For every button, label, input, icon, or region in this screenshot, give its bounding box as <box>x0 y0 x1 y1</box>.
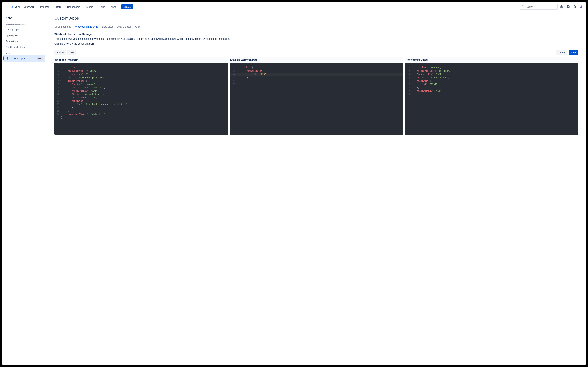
fold-icon[interactable]: ▾ <box>235 63 236 65</box>
code-line: 10 "title": "bitbucket-prs", <box>54 92 228 96</box>
line-number: 2▾ <box>230 66 236 69</box>
nav-item[interactable]: Filters <box>53 4 65 9</box>
code-line: 3 "resourceType": "project", <box>405 69 578 73</box>
nav-item[interactable]: Your work <box>22 4 38 9</box>
cancel-button[interactable]: Cancel <box>556 50 567 55</box>
code-content: "body": { <box>236 66 403 69</box>
line-number: 4 <box>405 73 411 76</box>
sidebar-item[interactable]: Promotions <box>3 39 45 44</box>
line-number: 3 <box>54 69 61 73</box>
fold-icon[interactable]: ▾ <box>60 63 61 65</box>
line-number: 3▾ <box>230 69 236 73</box>
help-button[interactable]: ? <box>565 4 571 10</box>
tabs: UI ComponentsWebhook TransformsData List… <box>54 24 578 30</box>
chevron-down-icon <box>35 6 37 8</box>
code-line: 2 "action": "set", <box>54 66 228 69</box>
code-line: 13 "id": "{{webhook.body.pullrequest.id}… <box>54 103 228 106</box>
code-line: 6▾ "listItem": { <box>405 79 578 83</box>
nav-item[interactable]: Teams <box>85 4 97 9</box>
page-title: Custom Apps <box>54 16 578 21</box>
fold-icon[interactable]: ▾ <box>410 80 411 82</box>
tab[interactable]: Webhook Transforms <box>75 24 98 30</box>
code-line: 8 "resourceType": "project", <box>54 86 228 89</box>
app-switcher-icon <box>6 6 8 8</box>
line-number: 4 <box>230 73 236 76</box>
jira-logo[interactable]: Jira <box>10 5 20 9</box>
code-line: 15 }, <box>54 109 228 112</box>
search-input[interactable] <box>520 4 558 10</box>
jira-logo-icon <box>10 5 14 9</box>
code-content: "transformData": { <box>61 79 228 83</box>
format-button[interactable]: Format <box>54 50 66 55</box>
topbar: Jira Your workProjectsFiltersDashboardsT… <box>2 2 586 12</box>
code-line: 2 "action": "remove", <box>405 66 578 69</box>
code-content: "resourceType": "site", <box>61 69 228 73</box>
fold-icon[interactable]: ▾ <box>235 66 236 68</box>
line-number: 7 <box>405 83 411 86</box>
jira-logo-text: Jira <box>15 5 20 8</box>
code-line: 14 } <box>54 106 228 109</box>
code-line: 3▾ "pullrequest": { <box>230 69 403 73</box>
code-line: 1▾{ <box>405 63 578 66</box>
code-line: 16 "transformTarget": "data-list" <box>54 113 228 116</box>
flask-icon <box>579 5 583 8</box>
test-button[interactable]: Test <box>67 50 76 55</box>
sidebar-item[interactable]: OAuth credentials <box>3 44 45 50</box>
code-line: 9 "resourceKey": "AMT", <box>54 89 228 92</box>
line-number: 6 <box>230 79 236 83</box>
documentation-link[interactable]: Click here to view the documentation. <box>54 42 94 45</box>
fold-icon[interactable]: ▾ <box>60 80 61 82</box>
labs-button[interactable] <box>578 4 584 10</box>
fold-icon[interactable]: ▾ <box>235 70 236 72</box>
fold-icon[interactable]: ▾ <box>410 63 411 65</box>
sidebar-item[interactable]: Manage apps <box>3 27 45 32</box>
code-line: 2▾ "body": { <box>230 66 403 69</box>
code-content: "resourceKey": "AMT", <box>61 89 228 92</box>
tab[interactable]: API's <box>135 24 140 30</box>
create-button[interactable]: Create <box>121 4 133 9</box>
nav-item[interactable]: Plans <box>97 4 109 9</box>
line-number: 3 <box>405 69 411 73</box>
save-button[interactable]: Save <box>569 50 578 55</box>
code-content: } <box>61 116 228 119</box>
settings-button[interactable] <box>572 4 577 10</box>
main-area: Apps Atlassian MarketplaceManage appsApp… <box>2 12 586 365</box>
code-content: "listItem": { <box>411 79 578 83</box>
code-content: "id": "{{webhook.body.pullrequest.id}}" <box>61 103 228 106</box>
custom-app-icon <box>6 57 9 60</box>
line-number: 9 <box>405 89 411 92</box>
code-content: { <box>411 63 578 66</box>
code-line: 8 }, <box>405 86 578 89</box>
svg-text:?: ? <box>567 6 569 8</box>
line-number: 1▾ <box>230 63 236 66</box>
app-switcher-button[interactable] <box>4 4 10 10</box>
code-editor[interactable]: 1▾{2 "action": "remove",3 "resourceType"… <box>405 63 578 135</box>
code-content: "id": "12345" <box>411 83 578 86</box>
code-line: 6 } <box>230 79 403 83</box>
line-number: 16 <box>54 113 61 116</box>
nav-item[interactable]: Dashboards <box>66 4 84 9</box>
nav-item-label: Dashboards <box>67 6 80 8</box>
code-editor[interactable]: 1▾{2 "action": "set",3 "resourceType": "… <box>54 63 228 135</box>
nav-item[interactable]: Projects <box>39 4 53 9</box>
code-line: 5 "title": "bitbucket-pr-closed", <box>54 76 228 79</box>
sidebar-item-label: App requests <box>6 34 20 37</box>
sidebar-item[interactable]: App requests <box>3 33 45 38</box>
code-line: 9 "listItemKey": "id" <box>405 89 578 92</box>
content: Custom Apps UI ComponentsWebhook Transfo… <box>47 12 586 365</box>
fold-icon[interactable]: ▾ <box>60 100 61 102</box>
tab[interactable]: Data Objects <box>117 24 131 30</box>
nav-item[interactable]: Apps <box>109 4 120 9</box>
code-content: } <box>236 79 403 83</box>
nav-item-label: Apps <box>111 6 116 8</box>
code-editor[interactable]: 1▾{2▾ "body": {3▾ "pullrequest": {4 "id"… <box>230 63 403 135</box>
sidebar-item[interactable]: Custom AppsDEV <box>3 55 45 61</box>
code-content: "action": "remove", <box>411 66 578 69</box>
notifications-button[interactable] <box>559 4 564 10</box>
editor-column: Transformed Output1▾{2 "action": "remove… <box>405 57 578 135</box>
sidebar-item-label: Manage apps <box>6 28 20 31</box>
tab[interactable]: Data Lists <box>102 24 113 30</box>
tab[interactable]: UI Components <box>54 24 71 30</box>
chevron-down-icon <box>106 6 107 8</box>
line-number: 2 <box>405 66 411 69</box>
